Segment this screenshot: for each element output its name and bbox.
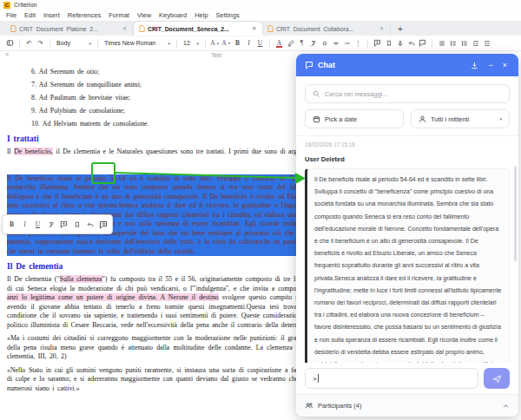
menu-edit[interactable]: Edit (24, 11, 36, 19)
bold-button[interactable]: B (233, 37, 242, 49)
tab-document-collabora[interactable]: CRIT_Document_Collabora... × (262, 22, 391, 36)
sender-filter-select[interactable]: Tutti i mittenti ▾ (411, 109, 510, 128)
menu-format[interactable]: Format (109, 11, 129, 19)
font-color-swatch (276, 46, 282, 48)
italic-button[interactable]: I (244, 37, 254, 49)
chat-filters: Pick a date Tutti i mittenti ▾ (305, 109, 510, 128)
chevron-down-icon: ▾ (168, 41, 170, 46)
indent-decrease-icon[interactable] (471, 37, 480, 49)
selection-toolbar: B I U (2, 214, 113, 234)
menu-view[interactable]: View (137, 11, 151, 19)
strikethrough-icon[interactable] (331, 37, 340, 49)
menu-keyboard[interactable]: Keyboard (159, 11, 187, 19)
toolbar-separator (19, 39, 20, 48)
quoted-message: Il De beneficiis risale al periodo 54-64… (305, 168, 510, 363)
tab-close-icon[interactable]: × (379, 25, 385, 32)
toolbar-separator (205, 39, 206, 48)
menu-file[interactable]: File (6, 11, 16, 19)
reply-icon[interactable] (406, 37, 416, 49)
window-title: Criterion (14, 2, 36, 8)
chat-messages[interactable]: 16/02/2026 17:15:18 User Deleted Il De b… (296, 135, 518, 363)
align-justify-icon[interactable] (437, 37, 446, 49)
tab-bar: CRIT_Document_Platone_2... × CRIT_Docume… (0, 21, 521, 36)
people-icon (305, 402, 313, 410)
participants-label: Participants (4) (318, 402, 361, 410)
outline-icon[interactable]: ≡ (5, 51, 9, 57)
search-icon (313, 90, 320, 98)
increase-font-button[interactable]: A (210, 37, 220, 49)
mic-icon[interactable] (395, 37, 405, 49)
more-options-icon[interactable]: ⋮ (353, 37, 363, 49)
menu-insert[interactable]: Insert (43, 11, 60, 19)
chat-bubble-icon[interactable] (418, 37, 427, 49)
paragraph-style-select[interactable]: Body▾ (55, 40, 93, 46)
tab-close-icon[interactable]: × (251, 25, 257, 32)
chat-scrollbar[interactable] (514, 166, 517, 261)
new-tab-button[interactable]: + (398, 24, 403, 36)
menu-references[interactable]: References (68, 11, 101, 19)
menu-bar: File Edit Insert References Format View … (0, 10, 521, 21)
chat-title: Chat (318, 61, 335, 69)
export-chat-icon[interactable] (468, 62, 481, 69)
toolbar-separator (367, 39, 368, 48)
tab-document-seneca[interactable]: CRIT_Document_Seneca_2... × (134, 22, 262, 36)
close-icon[interactable]: × (500, 61, 510, 69)
font-family-select[interactable]: Times New Roman▾ (102, 40, 172, 46)
menu-help[interactable]: Help (195, 11, 208, 19)
clear-formatting-icon[interactable] (45, 219, 56, 231)
chat-search[interactable] (305, 84, 510, 103)
bold-button[interactable]: B (6, 219, 17, 231)
menu-settings[interactable]: Settings (216, 11, 240, 19)
date-filter-button[interactable]: Pick a date (305, 109, 404, 128)
message-timestamp: 16/02/2026 17:15:18 (305, 141, 510, 148)
bookmark-icon[interactable] (384, 37, 393, 49)
date-filter-label: Pick a date (325, 115, 357, 123)
italic-button[interactable]: I (19, 219, 30, 231)
chevron-up-icon[interactable] (502, 403, 510, 410)
chevron-down-icon: ▾ (196, 41, 199, 46)
sidebar-toggle-icon[interactable] (5, 37, 15, 49)
pilcrow-icon[interactable]: ¶ (297, 37, 307, 49)
redo-icon[interactable]: ↷ (36, 37, 45, 49)
chat-header[interactable]: Chat − × (296, 54, 518, 76)
message-input[interactable]: > (305, 368, 478, 389)
underline-button[interactable]: U (255, 37, 265, 49)
tab-label: CRIT_Document_Collabora... (276, 26, 376, 32)
chevron-down-icon: ▾ (89, 41, 91, 46)
tab-label: CRIT_Document_Seneca_2... (148, 26, 248, 32)
comment-add-icon[interactable] (373, 37, 382, 49)
bookmark-icon[interactable] (71, 219, 82, 231)
horizontal-rule-icon[interactable] (342, 37, 352, 49)
underline-button[interactable]: U (32, 219, 43, 231)
font-size-select[interactable]: 12▾ (181, 40, 201, 46)
document-icon (267, 25, 274, 32)
message-sender: User Deleted (305, 155, 510, 163)
chat-input-row: > (296, 363, 518, 394)
tab-label: CRIT_Document_Platone_2... (19, 26, 119, 32)
tab-close-icon[interactable]: × (122, 25, 128, 32)
tab-document-platone[interactable]: CRIT_Document_Platone_2... × (5, 22, 134, 36)
calendar-icon (313, 115, 320, 123)
title-bar: C Criterion (0, 0, 521, 10)
search-input[interactable] (325, 90, 502, 98)
text-cursor (318, 374, 319, 383)
sender-filter-value: Tutti i mittenti (431, 115, 469, 123)
indent-increase-icon[interactable] (482, 37, 491, 49)
bullet-list-icon[interactable] (459, 37, 469, 49)
toolbar-separator (269, 39, 270, 48)
clear-formatting-icon[interactable] (308, 37, 318, 49)
line-spacing-icon[interactable] (448, 37, 458, 49)
undo-icon[interactable]: ↶ (24, 37, 34, 49)
reply-icon[interactable] (84, 219, 96, 231)
highlight-button[interactable] (286, 37, 295, 49)
quote-to-chat-icon[interactable] (97, 219, 109, 231)
chat-panel: Chat − × Pick a date Tutti i mittenti ▾ … (296, 54, 518, 417)
send-button[interactable] (484, 368, 510, 389)
toolbar-separator (432, 39, 432, 48)
participants-bar[interactable]: Participants (4) (296, 394, 518, 417)
decrease-font-button[interactable]: A (221, 37, 231, 49)
minimize-icon[interactable]: − (485, 61, 495, 69)
font-color-button[interactable]: A (274, 37, 284, 49)
insert-symbol-icon[interactable] (320, 37, 329, 49)
comment-add-icon[interactable] (58, 219, 69, 231)
